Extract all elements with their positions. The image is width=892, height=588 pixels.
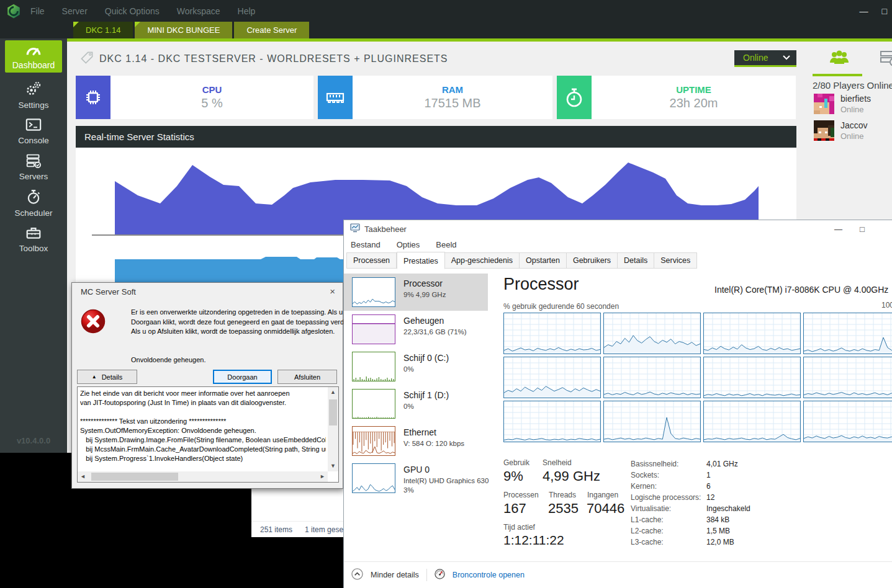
menu-item-file[interactable]: File [30, 6, 45, 16]
player-row[interactable]: JaccovOnline [814, 120, 868, 143]
explorer-items-count: 251 items [260, 525, 292, 534]
perf-item-ethernet[interactable]: EthernetV: 584 O: 120 kbps [344, 422, 488, 460]
player-row[interactable]: bierfietsOnline [814, 94, 871, 117]
continue-button[interactable]: Doorgaan [213, 370, 272, 384]
exception-line: bij System.Drawing.Image.FromFile(String… [80, 435, 326, 445]
sidebar-item-scheduler[interactable]: Scheduler [0, 185, 67, 221]
taskmgr-tab-processen[interactable]: Processen [346, 252, 397, 269]
perf-item-sub: Intel(R) UHD Graphics 630 [403, 477, 489, 484]
perf-item-title: GPU 0 [403, 465, 430, 474]
resource-monitor-icon [435, 569, 445, 582]
server-tabbar: DKC 1.14MINI DKC BUNGEECreate Server [0, 22, 892, 38]
perf-thumb-ethernet [352, 426, 395, 456]
cpu-stat-label-handles: Ingangen [587, 491, 618, 499]
cpu-core-graph [803, 357, 892, 398]
collapse-arrow-icon: ▲ [92, 374, 97, 380]
cpu-spec-label: Sockets: [631, 470, 706, 481]
screen: FileServerQuick OptionsWorkspaceHelp — □… [0, 0, 892, 588]
menu-item-help[interactable]: Help [238, 6, 256, 16]
vertical-scrollbar[interactable]: ▲ ▼ [328, 387, 338, 471]
taskmgr-tab-app-geschiedenis[interactable]: App-geschiedenis [445, 252, 520, 269]
sidebar-item-servers[interactable]: Servers [0, 149, 67, 185]
players-icon[interactable] [829, 49, 850, 70]
exception-line: bij System.Progress`1.InvokeHandlers(Obj… [80, 454, 326, 463]
dialog-message-line: Als u op Afsluiten klikt, wordt de toepa… [131, 327, 353, 337]
cpu-spec-label: Virtualisatie: [631, 503, 706, 514]
sidebar-item-label: Toolbox [19, 244, 48, 253]
scroll-up-icon[interactable]: ▲ [328, 387, 338, 398]
explorer-window-fragment: 251 items 1 item gesel [251, 488, 343, 537]
cpu-section-title: Processor [503, 275, 579, 294]
less-details-button[interactable]: Minder details [371, 571, 419, 579]
cpu-spec-value: 12,0 MB [706, 537, 750, 548]
taskmgr-tab-opstarten[interactable]: Opstarten [520, 252, 567, 269]
sidebar: Dashboard SettingsConsoleServersSchedule… [0, 38, 67, 453]
server-tab[interactable]: DKC 1.14 [73, 22, 133, 38]
task-manager-icon [350, 223, 360, 235]
perf-item-memory[interactable]: Geheugen22,3/31,6 GB (71%) [344, 311, 488, 348]
status-badge: Online [743, 53, 768, 63]
perf-item-disk0[interactable]: Schijf 0 (C:)0% [344, 348, 488, 385]
taskmgr-tab-services[interactable]: Services [654, 252, 697, 269]
perf-item-gpu[interactable]: GPU 0Intel(R) UHD Graphics 6303% [344, 460, 488, 507]
players-count: 2/80 Players Online [813, 80, 892, 91]
maximize-icon[interactable]: □ [882, 6, 887, 16]
menu-item-quick-options[interactable]: Quick Options [105, 6, 160, 16]
taskmgr-menu-opties[interactable]: Opties [397, 240, 420, 249]
sidebar-item-label: Servers [19, 172, 48, 181]
active-tab-underline [813, 74, 862, 76]
exception-line: ************** Tekst van uitzondering **… [80, 417, 326, 426]
server-tab[interactable]: MINI DKC BUNGEE [135, 22, 232, 38]
perf-thumb-memory [352, 314, 395, 344]
perf-item-sub: 22,3/31,6 GB (71%) [403, 328, 467, 336]
server-schedule-icon[interactable] [880, 49, 892, 70]
sidebar-item-console[interactable]: Console [0, 113, 67, 149]
cpu-stat-value-handles: 70446 [587, 501, 624, 517]
perf-item-disk1[interactable]: Schijf 1 (D:)0% [344, 385, 488, 422]
horizontal-scrollbar[interactable]: ◄ ► [78, 471, 328, 482]
server-status-dropdown[interactable]: Online [734, 50, 796, 67]
sidebar-item-label: Scheduler [15, 208, 53, 218]
cpu-model-name: Intel(R) Core(TM) i7-8086K CPU @ 4.00GHz [714, 285, 892, 295]
taskmgr-tab-details[interactable]: Details [618, 252, 654, 269]
minimize-icon[interactable]: — [860, 6, 868, 16]
scroll-down-icon[interactable]: ▼ [328, 461, 338, 471]
cpu-core-graph [603, 313, 701, 354]
taskmgr-maximize-icon[interactable]: □ [860, 225, 865, 234]
menu-item-server[interactable]: Server [62, 6, 88, 16]
perf-thumb-disk0 [352, 352, 395, 381]
console-icon [25, 117, 42, 134]
sidebar-item-settings[interactable]: Settings [0, 77, 67, 113]
taskmgr-menu-beeld[interactable]: Beeld [436, 240, 456, 249]
taskmgr-menu-bestand[interactable]: Bestand [351, 240, 381, 249]
error-icon [81, 309, 106, 335]
open-resource-monitor-link[interactable]: Broncontrole openen [453, 571, 525, 579]
dialog-message: Er is een onverwerkte uitzondering opget… [131, 308, 353, 337]
server-tab[interactable]: Create Server [234, 22, 309, 38]
details-button[interactable]: ▲ Details [77, 370, 137, 384]
scroll-left-icon[interactable]: ◄ [78, 471, 88, 482]
taskmgr-tab-prestaties[interactable]: Prestaties [397, 252, 445, 269]
quit-button[interactable]: Afsluiten [277, 370, 337, 384]
sidebar-item-toolbox[interactable]: Toolbox [0, 221, 67, 257]
perf-item-title: Geheugen [403, 316, 444, 326]
stat-card-ram: RAM17515 MB [318, 76, 552, 119]
menu-item-workspace[interactable]: Workspace [177, 6, 220, 16]
sidebar-item-dashboard[interactable]: Dashboard [5, 40, 62, 73]
dialog-message-line: Er is een onverwerkte uitzondering opget… [131, 308, 353, 318]
taskmgr-minimize-icon[interactable]: — [834, 225, 842, 234]
cpu-core-graph [503, 401, 601, 442]
cpu-stat-value-speed: 4,99 GHz [543, 468, 600, 484]
server-header: DKC 1.14 - DKC TESTSERVER - WORLDRESETS … [67, 42, 892, 74]
close-icon[interactable]: × [330, 286, 335, 296]
app-version: v10.4.0.0 [0, 436, 67, 445]
cpu-core-graph [703, 313, 801, 354]
taskmgr-tab-gebruikers[interactable]: Gebruikers [567, 252, 618, 269]
cpu-stat-label-uptime: Tijd actief [503, 523, 535, 532]
task-manager-window: Taakbeheer — □ BestandOptiesBeeld Proces… [343, 220, 892, 588]
stat-card-title: CPU [202, 84, 222, 95]
perf-item-cpu[interactable]: Processor9% 4,99 GHz [344, 274, 488, 311]
cpu-spec-label: Kernen: [631, 481, 706, 492]
scroll-right-icon[interactable]: ► [317, 471, 328, 482]
app-menu: FileServerQuick OptionsWorkspaceHelp [30, 6, 255, 16]
